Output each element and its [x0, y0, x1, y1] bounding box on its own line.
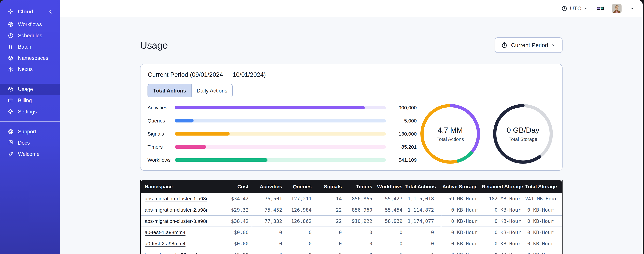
column-header-total-actions: Total Actions [404, 180, 441, 193]
namespace-cell: abs-migration-cluster-1.a98mm4 [141, 193, 207, 204]
value-cell: 0 KB-Hour [482, 216, 525, 227]
value-cell: 182 MB-Hour [482, 193, 525, 204]
value-cell: 856,960 [344, 204, 374, 216]
account-menu-button[interactable] [629, 6, 634, 11]
sidebar-item-schedules[interactable]: Schedules [0, 30, 60, 41]
donut-center-label: Total Storage [509, 136, 538, 142]
namespace-table-wrap: NamespaceCostActivitiesQueriesSignalsTim… [140, 180, 562, 254]
value-cell: 856,865 [344, 193, 374, 204]
donut-center: 4.7 MMTotal Actions [420, 104, 480, 164]
bar-fill [175, 145, 206, 148]
value-cell: 14 [314, 193, 344, 204]
brand-label: Cloud [18, 8, 33, 15]
namespace-cell: a0-test-1.a98mm4 [141, 227, 207, 238]
temporal-cloud-icon [8, 9, 14, 14]
chevron-left-icon [48, 9, 54, 14]
namespace-link[interactable]: abs-migration-cluster-3.a98mm4 [145, 218, 207, 224]
value-cell: 910,922 [344, 216, 374, 227]
value-cell: 0 KB-Hour [525, 249, 562, 254]
value-cell: 59 MB-Hour [441, 193, 482, 204]
sidebar-item-nexus[interactable]: Nexus [0, 64, 60, 75]
sidebar-item-namespaces[interactable]: Namespaces [0, 52, 60, 64]
bar-track [175, 106, 386, 110]
sidebar-brand[interactable]: Cloud [0, 6, 60, 18]
value-cell: $34.42 [207, 193, 252, 204]
namespace-usage-table: NamespaceCostActivitiesQueriesSignalsTim… [141, 180, 562, 254]
sidebar-item-label: Workflows [18, 22, 42, 28]
sidebar-collapse-button[interactable] [48, 9, 54, 14]
value-cell: 241 MB-Hour [525, 193, 562, 204]
bar-value: 541,109 [390, 157, 417, 163]
value-cell: 0 [284, 238, 314, 249]
namespace-link[interactable]: abs-migration-cluster-2.a98mm4 [145, 207, 207, 212]
schedules-icon [8, 33, 14, 38]
namespace-link[interactable]: a0-test-2.a98mm4 [145, 241, 186, 246]
sidebar-item-label: Usage [18, 86, 33, 92]
user-avatar[interactable] [612, 4, 622, 13]
bar-track [175, 145, 386, 148]
usage-bar-row: Workflows541,109 [148, 157, 417, 163]
sidebar-item-batch[interactable]: Batch [0, 41, 60, 52]
namespace-cell: bk-worker-test.a98mm4 [141, 249, 207, 254]
sidebar-section: WorkflowsSchedulesBatchNamespacesNexus [0, 19, 60, 75]
value-cell: 0 [374, 238, 404, 249]
table-row: abs-migration-cluster-2.a98mm4$29.3275,4… [141, 204, 562, 216]
column-header-workflows: Workflows [374, 180, 404, 193]
bar-label: Signals [148, 131, 175, 137]
value-cell: 0 [314, 238, 344, 249]
sidebar-item-label: Nexus [18, 66, 33, 72]
feedback-glasses-button[interactable] [596, 5, 604, 12]
value-cell: 0 KB-Hour [441, 249, 482, 254]
value-cell: 0 KB-Hour [525, 204, 562, 216]
value-cell: 126,984 [284, 204, 314, 216]
namespace-link[interactable]: bk-worker-test.a98mm4 [145, 252, 198, 254]
sidebar-item-billing[interactable]: Billing [0, 95, 60, 106]
value-cell: 0 KB-Hour [482, 249, 525, 254]
sidebar-item-docs[interactable]: Docs [0, 137, 60, 148]
topbar: UTC [60, 0, 643, 17]
page-title: Usage [140, 40, 168, 51]
sidebar-item-support[interactable]: Support [0, 126, 60, 137]
donut-center: 0 GB/DayTotal Storage [493, 104, 553, 164]
value-cell: 0 [314, 249, 344, 254]
sidebar-item-settings[interactable]: Settings [0, 106, 60, 117]
usage-bars: Activities900,000Queries5,000Signals130,… [148, 104, 417, 164]
value-cell: 0 [344, 227, 374, 238]
sidebar-item-usage[interactable]: Usage [0, 84, 60, 95]
value-cell: 1,174,077 [404, 216, 441, 227]
sidebar-section: UsageBillingSettings [0, 84, 60, 117]
value-cell: 75,501 [252, 193, 284, 204]
sidebar-item-workflows[interactable]: Workflows [0, 19, 60, 30]
value-cell: 0 KB-Hour [441, 238, 482, 249]
value-cell: 0 [404, 238, 441, 249]
namespace-link[interactable]: a0-test-1.a98mm4 [145, 230, 186, 235]
column-header-retained-storage: Retained Storage [482, 180, 525, 193]
donut-total-storage: 0 GB/DayTotal Storage [493, 104, 553, 164]
billing-icon [8, 98, 14, 104]
sidebar-item-welcome[interactable]: Welcome [0, 148, 60, 160]
column-header-total-storage: Total Storage [525, 180, 562, 193]
table-row: a0-test-2.a98mm4$0.000000000 KB-Hour0 KB… [141, 238, 562, 249]
timezone-select[interactable]: UTC [561, 5, 589, 12]
settings-icon [8, 109, 14, 114]
value-cell: 0 KB-Hour [525, 227, 562, 238]
donut-center-label: Total Actions [437, 136, 464, 142]
main-content: Usage Current Period Current Period (09/… [60, 17, 643, 254]
tab-daily-actions[interactable]: Daily Actions [192, 84, 232, 97]
donut-center-value: 4.7 MM [438, 126, 463, 134]
usage-donuts: 4.7 MMTotal Actions0 GB/DayTotal Storage [420, 104, 555, 164]
namespace-cell: abs-migration-cluster-2.a98mm4 [141, 204, 207, 216]
docs-icon [8, 140, 14, 146]
value-cell: 0 KB-Hour [525, 238, 562, 249]
value-cell: 0 KB-Hour [441, 204, 482, 216]
bar-label: Timers [148, 144, 175, 150]
namespace-link[interactable]: abs-migration-cluster-1.a98mm4 [145, 196, 207, 202]
value-cell: 126,862 [284, 216, 314, 227]
sidebar-item-label: Batch [18, 44, 31, 50]
value-cell: 0 [344, 249, 374, 254]
value-cell: 0 KB-Hour [482, 227, 525, 238]
period-select-button[interactable]: Current Period [495, 37, 562, 53]
value-cell: 1 [404, 249, 441, 254]
timezone-label: UTC [570, 5, 581, 12]
tab-total-actions[interactable]: Total Actions [148, 84, 192, 97]
